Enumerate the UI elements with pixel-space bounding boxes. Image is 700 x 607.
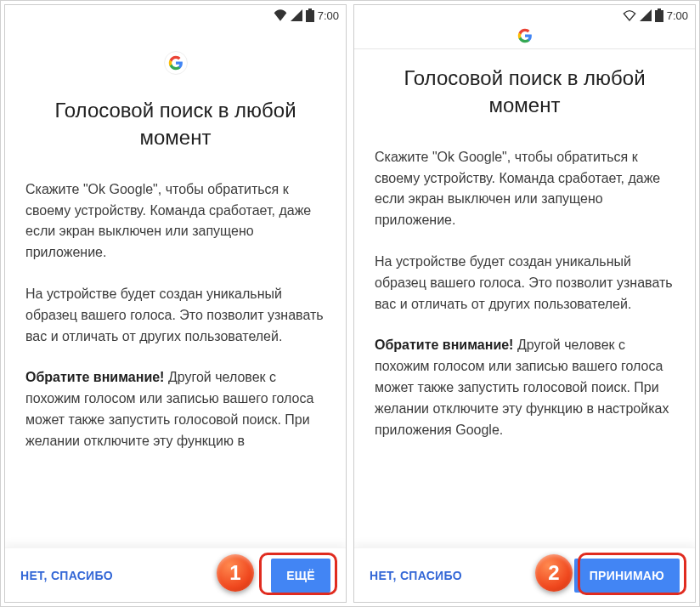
button-bar: НЕТ, СПАСИБО ЕЩЁ: [5, 547, 346, 602]
google-logo-icon: [164, 51, 188, 75]
status-bar: 7:00: [354, 5, 695, 26]
app-bar: [354, 26, 695, 49]
google-logo-icon: [517, 28, 533, 47]
svg-rect-1: [308, 9, 312, 10]
onboarding-body: Скажите "Ok Google", чтобы обратиться к …: [25, 179, 325, 473]
onboarding-body: Скажите "Ok Google", чтобы обратиться к …: [375, 147, 675, 462]
svg-rect-2: [655, 10, 663, 22]
paragraph-1: Скажите "Ok Google", чтобы обратиться к …: [25, 179, 325, 264]
wifi-icon: [623, 9, 636, 21]
battery-icon: [655, 9, 663, 22]
onboarding-title: Голосовой поиск в любой момент: [25, 97, 325, 152]
paragraph-2: На устройстве будет создан уникальный об…: [375, 252, 675, 315]
cell-signal-icon: [291, 9, 302, 21]
decline-button[interactable]: НЕТ, СПАСИБО: [370, 569, 462, 582]
more-button[interactable]: ЕЩЁ: [271, 559, 330, 593]
decline-button[interactable]: НЕТ, СПАСИБО: [20, 569, 113, 582]
paragraph-2: На устройстве будет создан уникальный об…: [25, 284, 325, 347]
phone-screen-2: 7:00 Голосовой поиск в любой момент Скаж…: [353, 4, 696, 603]
screenshot-container: 7:00 Голосовой поиск в любой момент Скаж…: [0, 0, 700, 607]
wifi-icon: [274, 9, 287, 21]
attention-label: Обратите внимание!: [25, 370, 164, 384]
status-clock: 7:00: [667, 9, 688, 22]
paragraph-3-rest: Другой человек с похожим голосом или зап…: [375, 338, 669, 436]
onboarding-title: Голосовой поиск в любой момент: [375, 65, 675, 120]
accept-button[interactable]: ПРИНИМАЮ: [574, 559, 680, 593]
status-clock: 7:00: [318, 9, 339, 22]
button-bar: НЕТ, СПАСИБО ПРИНИМАЮ: [354, 547, 695, 602]
status-bar: 7:00: [5, 5, 346, 26]
cell-signal-icon: [640, 9, 652, 21]
onboarding-content: Голосовой поиск в любой момент Скажите "…: [5, 26, 346, 602]
paragraph-3: Обратите внимание! Другой человек с похо…: [375, 335, 675, 440]
svg-rect-3: [658, 9, 661, 10]
onboarding-content: Голосовой поиск в любой момент Скажите "…: [354, 49, 695, 602]
battery-icon: [306, 9, 314, 22]
phone-screen-1: 7:00 Голосовой поиск в любой момент Скаж…: [4, 4, 347, 603]
attention-label: Обратите внимание!: [375, 338, 513, 352]
svg-rect-0: [306, 10, 314, 22]
paragraph-1: Скажите "Ok Google", чтобы обратиться к …: [375, 147, 675, 231]
paragraph-3: Обратите внимание! Другой человек с похо…: [25, 367, 325, 451]
